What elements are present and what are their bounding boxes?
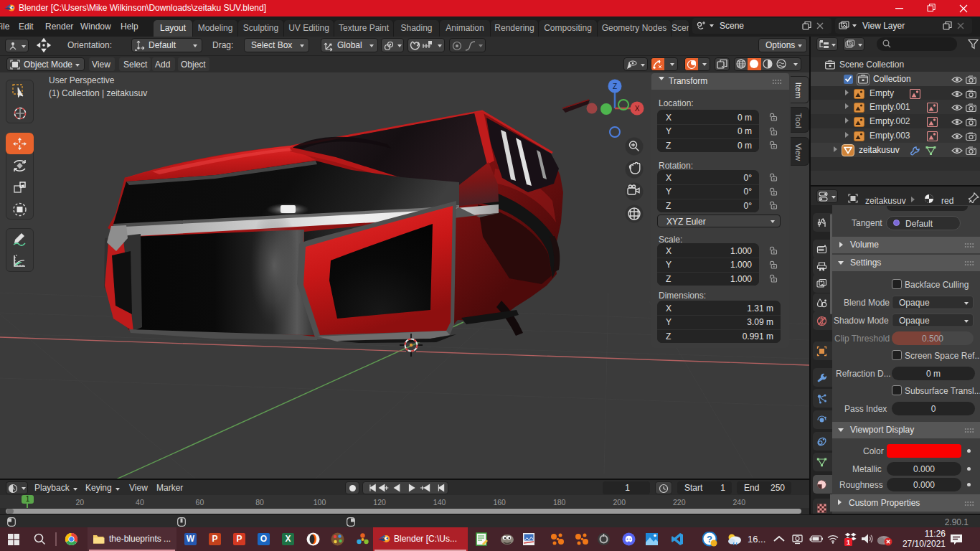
svg-text:Z: Z: [613, 83, 617, 90]
svg-text:1: 1: [847, 539, 850, 546]
svg-text:X: X: [635, 105, 640, 113]
